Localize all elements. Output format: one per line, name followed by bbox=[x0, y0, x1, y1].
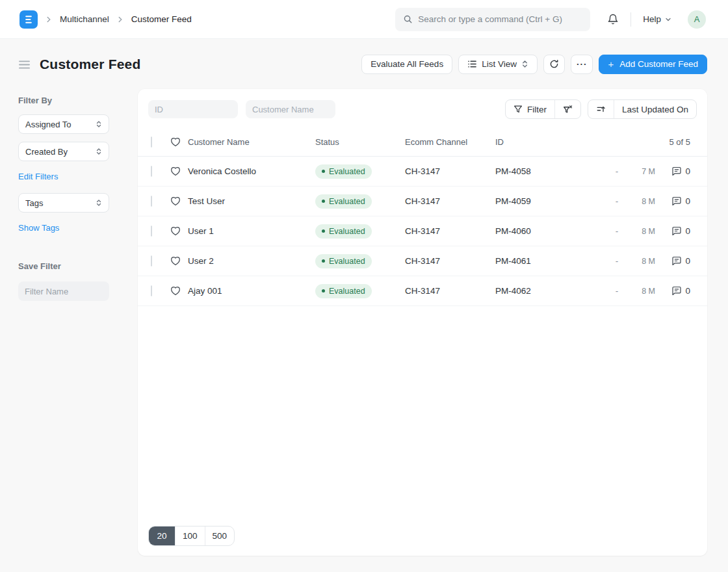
filter-button-label: Filter bbox=[527, 105, 547, 114]
tags-label: Tags bbox=[25, 198, 96, 208]
comment-count: 0 bbox=[685, 166, 690, 176]
cell-ecomm-channel: CH-3147 bbox=[405, 226, 495, 236]
cell-last-modified: 8 M bbox=[627, 227, 655, 236]
search-icon bbox=[403, 14, 413, 24]
comment-count: 0 bbox=[685, 226, 690, 236]
created-by-label: Created By bbox=[25, 147, 96, 157]
status-badge-label: Evaluated bbox=[329, 287, 365, 296]
table-row[interactable]: Test User Evaluated CH-3147 PM-4059 - 8 … bbox=[138, 187, 707, 216]
filter-by-label: Filter By bbox=[18, 96, 109, 105]
filter-name-input[interactable] bbox=[18, 281, 109, 301]
sort-direction-button[interactable] bbox=[588, 100, 614, 118]
chevron-up-down-icon bbox=[96, 199, 102, 207]
page-size-20[interactable]: 20 bbox=[149, 526, 175, 545]
status-badge: Evaluated bbox=[315, 284, 372, 298]
notifications-bell-icon[interactable] bbox=[607, 14, 619, 25]
column-header-customer-name[interactable]: Customer Name bbox=[188, 137, 315, 147]
table-row[interactable]: User 1 Evaluated CH-3147 PM-4060 - 8 M 0 bbox=[138, 216, 707, 246]
breadcrumb-chevron-icon bbox=[44, 15, 53, 24]
help-menu[interactable]: Help bbox=[643, 14, 672, 24]
column-header-id[interactable]: ID bbox=[495, 137, 593, 147]
cell-ecomm-channel: CH-3147 bbox=[405, 256, 495, 266]
cell-customer-name[interactable]: Ajay 001 bbox=[188, 286, 315, 296]
column-header-ecomm-channel[interactable]: Ecomm Channel bbox=[405, 137, 495, 147]
filter-button-group: Filter bbox=[505, 99, 581, 119]
select-all-checkbox[interactable] bbox=[151, 136, 152, 148]
menu-ellipsis-button[interactable]: ··· bbox=[571, 55, 593, 74]
breadcrumb-multichannel[interactable]: Multichannel bbox=[60, 14, 109, 24]
cell-customer-name[interactable]: Test User bbox=[188, 196, 315, 206]
filter-button[interactable]: Filter bbox=[506, 100, 554, 118]
comment-icon bbox=[671, 256, 682, 266]
cell-comments: 0 bbox=[670, 256, 690, 266]
save-filter-label: Save Filter bbox=[18, 261, 109, 271]
cell-customer-name[interactable]: User 2 bbox=[188, 256, 315, 266]
ellipsis-icon: ··· bbox=[577, 59, 588, 69]
created-by-select[interactable]: Created By bbox=[18, 142, 109, 161]
favourite-heart-icon[interactable] bbox=[170, 226, 181, 236]
favourite-heart-icon[interactable] bbox=[170, 256, 181, 266]
cell-customer-name[interactable]: User 1 bbox=[188, 226, 315, 236]
assigned-to-select[interactable]: Assigned To bbox=[18, 114, 109, 134]
sort-field-label: Last Updated On bbox=[622, 105, 688, 114]
comment-icon bbox=[671, 286, 682, 296]
app-logo[interactable] bbox=[20, 10, 38, 29]
funnel-icon bbox=[514, 105, 523, 114]
navbar: Multichannel Customer Feed Help A bbox=[0, 0, 728, 39]
cell-customer-name[interactable]: Veronica Costello bbox=[188, 166, 315, 176]
table-row[interactable]: Ajay 001 Evaluated CH-3147 PM-4062 - 8 M… bbox=[138, 276, 707, 306]
cell-assignee-empty: - bbox=[607, 256, 627, 266]
toolbar-right: Filter Last Updated On bbox=[505, 99, 697, 119]
row-checkbox[interactable] bbox=[151, 196, 152, 207]
add-customer-feed-label: Add Customer Feed bbox=[619, 59, 698, 69]
status-badge-label: Evaluated bbox=[329, 257, 365, 266]
view-switcher-button[interactable]: List View bbox=[458, 55, 538, 74]
column-header-status[interactable]: Status bbox=[315, 137, 405, 147]
customer-name-filter-input[interactable] bbox=[246, 100, 335, 118]
clear-filter-button[interactable] bbox=[554, 100, 580, 118]
refresh-icon bbox=[549, 59, 559, 69]
table-row[interactable]: Veronica Costello Evaluated CH-3147 PM-4… bbox=[138, 157, 707, 187]
id-filter-input[interactable] bbox=[148, 100, 238, 118]
status-badge-label: Evaluated bbox=[329, 197, 365, 206]
tags-select[interactable]: Tags bbox=[18, 193, 109, 213]
status-dot-icon bbox=[322, 170, 325, 173]
global-search[interactable] bbox=[395, 8, 590, 31]
row-check-cell bbox=[151, 256, 161, 266]
evaluate-all-feeds-button[interactable]: Evaluate All Feeds bbox=[361, 55, 452, 74]
status-badge: Evaluated bbox=[315, 194, 372, 209]
user-avatar[interactable]: A bbox=[688, 10, 706, 29]
row-checkbox[interactable] bbox=[151, 285, 152, 296]
cell-last-modified: 7 M bbox=[627, 167, 655, 176]
row-checkbox[interactable] bbox=[151, 166, 152, 177]
comment-icon bbox=[671, 166, 682, 176]
sort-field-button[interactable]: Last Updated On bbox=[614, 100, 696, 118]
page-title: Customer Feed bbox=[40, 57, 140, 72]
sidebar-toggle-icon[interactable] bbox=[18, 58, 31, 70]
cell-last-modified: 8 M bbox=[627, 197, 655, 206]
refresh-button[interactable] bbox=[543, 55, 565, 74]
list-card: Filter Last Updated On bbox=[138, 89, 707, 556]
list-empty-space bbox=[138, 306, 707, 526]
favourite-heart-icon[interactable] bbox=[170, 286, 181, 296]
cell-assignee-empty: - bbox=[607, 226, 627, 236]
table-row[interactable]: User 2 Evaluated CH-3147 PM-4061 - 8 M 0 bbox=[138, 246, 707, 276]
favourite-heart-icon[interactable] bbox=[170, 196, 181, 206]
cell-id: PM-4060 bbox=[495, 226, 607, 236]
row-check-cell bbox=[151, 286, 161, 296]
breadcrumb-customer-feed[interactable]: Customer Feed bbox=[131, 14, 192, 24]
page-size-100[interactable]: 100 bbox=[175, 526, 205, 545]
cell-assignee-empty: - bbox=[607, 166, 627, 176]
favourite-column-heart-icon bbox=[170, 137, 181, 147]
row-checkbox[interactable] bbox=[151, 226, 152, 237]
page-size-500[interactable]: 500 bbox=[205, 526, 235, 545]
row-checkbox[interactable] bbox=[151, 255, 152, 266]
add-customer-feed-button[interactable]: + Add Customer Feed bbox=[599, 55, 707, 74]
comment-icon bbox=[671, 226, 682, 236]
row-check-cell bbox=[151, 226, 161, 236]
search-input[interactable] bbox=[418, 14, 582, 24]
edit-filters-link[interactable]: Edit Filters bbox=[18, 172, 58, 181]
cell-id: PM-4061 bbox=[495, 256, 607, 266]
show-tags-link[interactable]: Show Tags bbox=[18, 223, 59, 233]
favourite-heart-icon[interactable] bbox=[170, 166, 181, 176]
